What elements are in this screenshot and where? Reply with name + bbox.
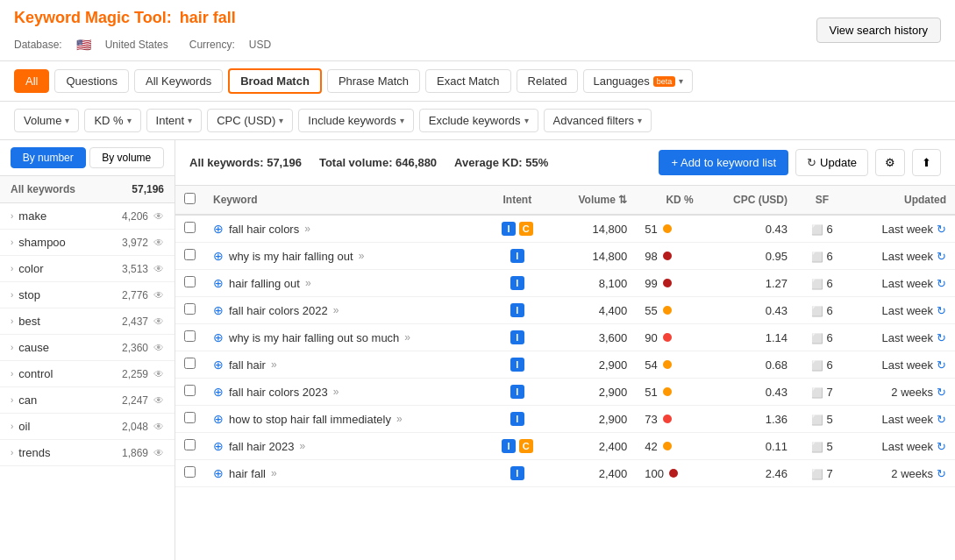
expand-arrows-icon[interactable]: »	[305, 277, 311, 289]
kd-filter[interactable]: KD % ▾	[84, 109, 140, 132]
eye-icon[interactable]: 👁	[153, 237, 164, 249]
keyword-link[interactable]: fall hair colors	[229, 223, 299, 236]
eye-icon[interactable]: 👁	[153, 368, 164, 380]
row-checkbox[interactable]	[184, 358, 196, 369]
tab-exact-match[interactable]: Exact Match	[425, 69, 511, 93]
update-button[interactable]: ↻ Update	[795, 149, 868, 176]
sidebar-item[interactable]: › best 2,437 👁	[0, 308, 175, 335]
row-checkbox[interactable]	[184, 466, 196, 478]
sidebar-item[interactable]: › oil 2,048 👁	[0, 414, 175, 440]
sidebar-item-right: 2,437 👁	[122, 315, 164, 328]
export-button[interactable]: ⬆	[912, 149, 941, 176]
expand-arrows-icon[interactable]: »	[271, 467, 277, 479]
add-keyword-icon[interactable]: ⊕	[213, 385, 224, 399]
tab-all[interactable]: All	[14, 69, 49, 93]
add-keyword-icon[interactable]: ⊕	[213, 303, 224, 317]
advanced-filters[interactable]: Advanced filters ▾	[544, 109, 652, 132]
row-checkbox[interactable]	[184, 412, 196, 423]
add-to-keyword-list-button[interactable]: + Add to keyword list	[659, 150, 788, 175]
sidebar-item[interactable]: › can 2,247 👁	[0, 387, 175, 414]
exclude-keywords-filter[interactable]: Exclude keywords ▾	[419, 109, 538, 132]
keyword-link[interactable]: fall hair 2023	[229, 440, 294, 453]
refresh-icon[interactable]: ↻	[937, 440, 946, 453]
refresh-icon[interactable]: ↻	[937, 304, 946, 317]
keyword-link[interactable]: hair fall	[229, 467, 266, 480]
select-all-checkbox[interactable]	[184, 193, 196, 204]
row-checkbox[interactable]	[184, 439, 196, 450]
keyword-link[interactable]: why is my hair falling out	[229, 250, 353, 263]
intent-cell: I C	[485, 433, 549, 460]
keyword-link[interactable]: hair falling out	[229, 277, 300, 290]
by-volume-button[interactable]: By volume	[89, 147, 165, 168]
keyword-link[interactable]: fall hair colors 2023	[229, 386, 328, 399]
sidebar-item[interactable]: › stop 2,776 👁	[0, 282, 175, 308]
eye-icon[interactable]: 👁	[153, 289, 164, 301]
add-keyword-icon[interactable]: ⊕	[213, 466, 224, 480]
col-volume[interactable]: Volume ⇅	[549, 186, 636, 215]
refresh-icon[interactable]: ↻	[937, 250, 946, 263]
sidebar-item[interactable]: › trends 1,869 👁	[0, 440, 175, 466]
eye-icon[interactable]: 👁	[153, 263, 164, 275]
expand-arrows-icon[interactable]: »	[333, 304, 339, 316]
add-keyword-icon[interactable]: ⊕	[213, 276, 224, 290]
row-checkbox[interactable]	[184, 276, 196, 287]
add-keyword-icon[interactable]: ⊕	[213, 330, 224, 344]
avg-kd-summary: Average KD: 55%	[454, 156, 548, 169]
keyword-link[interactable]: fall hair colors 2022	[229, 304, 328, 317]
add-keyword-icon[interactable]: ⊕	[213, 412, 224, 426]
expand-arrows-icon[interactable]: »	[304, 223, 310, 235]
include-keywords-filter[interactable]: Include keywords ▾	[298, 109, 413, 132]
expand-arrows-icon[interactable]: »	[404, 331, 410, 344]
row-checkbox[interactable]	[184, 330, 196, 342]
eye-icon[interactable]: 👁	[153, 421, 164, 433]
keyword-link[interactable]: why is my hair falling out so much	[229, 331, 399, 344]
keyword-link[interactable]: how to stop hair fall immediately	[229, 413, 391, 426]
tab-all-keywords[interactable]: All Keywords	[134, 69, 223, 93]
add-keyword-icon[interactable]: ⊕	[213, 439, 224, 453]
view-history-button[interactable]: View search history	[816, 18, 941, 43]
tab-broad-match[interactable]: Broad Match	[228, 68, 322, 94]
refresh-icon[interactable]: ↻	[937, 413, 946, 426]
expand-arrows-icon[interactable]: »	[359, 250, 365, 262]
chevron-down-icon: ▾	[638, 116, 642, 125]
tab-related[interactable]: Related	[517, 69, 579, 93]
refresh-icon[interactable]: ↻	[937, 277, 946, 290]
row-checkbox[interactable]	[184, 385, 196, 396]
eye-icon[interactable]: 👁	[153, 447, 164, 459]
volume-filter[interactable]: Volume ▾	[14, 109, 79, 132]
sidebar-keyword-count: 3,972	[122, 237, 148, 249]
languages-dropdown[interactable]: Languages beta ▾	[583, 69, 693, 93]
sidebar-item[interactable]: › cause 2,360 👁	[0, 335, 175, 361]
refresh-icon[interactable]: ↻	[937, 358, 946, 372]
table-row: ⊕ fall hair » I 2,900 54 0.68 ⬜ 6 Last w…	[175, 351, 955, 379]
eye-icon[interactable]: 👁	[153, 342, 164, 354]
add-keyword-icon[interactable]: ⊕	[213, 249, 224, 263]
tab-phrase-match[interactable]: Phrase Match	[327, 69, 420, 93]
sidebar-item[interactable]: › control 2,259 👁	[0, 361, 175, 387]
settings-button[interactable]: ⚙	[875, 149, 905, 176]
keyword-link[interactable]: fall hair	[229, 358, 266, 372]
sidebar-item[interactable]: › color 3,513 👁	[0, 256, 175, 282]
sidebar-item[interactable]: › make 4,206 👁	[0, 203, 175, 230]
expand-arrows-icon[interactable]: »	[299, 440, 305, 452]
sidebar-item[interactable]: › shampoo 3,972 👁	[0, 230, 175, 256]
refresh-icon[interactable]: ↻	[937, 223, 946, 236]
refresh-icon[interactable]: ↻	[937, 331, 946, 344]
eye-icon[interactable]: 👁	[153, 394, 164, 407]
by-number-button[interactable]: By number	[11, 147, 86, 168]
add-keyword-icon[interactable]: ⊕	[213, 222, 224, 236]
row-checkbox[interactable]	[184, 222, 196, 233]
row-checkbox[interactable]	[184, 249, 196, 260]
eye-icon[interactable]: 👁	[153, 210, 164, 223]
cpc-filter[interactable]: CPC (USD) ▾	[207, 109, 293, 132]
add-keyword-icon[interactable]: ⊕	[213, 358, 224, 372]
refresh-icon[interactable]: ↻	[937, 386, 946, 399]
tab-questions[interactable]: Questions	[54, 69, 129, 93]
expand-arrows-icon[interactable]: »	[271, 358, 277, 371]
intent-filter[interactable]: Intent ▾	[146, 109, 203, 132]
eye-icon[interactable]: 👁	[153, 315, 164, 328]
expand-arrows-icon[interactable]: »	[396, 413, 403, 425]
refresh-icon[interactable]: ↻	[937, 467, 946, 480]
row-checkbox[interactable]	[184, 303, 196, 315]
expand-arrows-icon[interactable]: »	[333, 386, 339, 398]
